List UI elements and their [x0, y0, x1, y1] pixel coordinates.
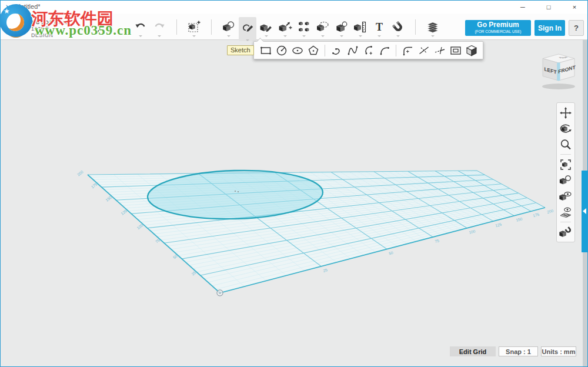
measure-button[interactable] [352, 17, 369, 37]
sketch-offset-icon [449, 44, 463, 58]
svg-text:25: 25 [323, 268, 328, 273]
sketch-arc2-icon [377, 44, 392, 58]
fillet-button[interactable] [400, 42, 416, 58]
units-field[interactable]: Units : mm [541, 346, 576, 356]
modify-button[interactable] [276, 17, 294, 37]
go-premium-button[interactable]: Go Premium (FOR COMMERCIAL USE) [465, 20, 531, 36]
sketch-plane-button[interactable] [463, 42, 479, 58]
viewcube-top-label: TOP [559, 56, 567, 59]
sketch-arc3-icon [362, 44, 376, 58]
sketch-tooltip: Sketch [227, 45, 254, 55]
brand-company: AUTODESK [31, 19, 68, 26]
edit-grid-button[interactable]: Edit Grid [450, 346, 496, 356]
redo-icon [152, 20, 166, 34]
arc-two-point-button[interactable] [376, 42, 392, 58]
grid-surface[interactable] [88, 171, 545, 293]
pan-button[interactable] [557, 105, 574, 121]
sketch-button[interactable] [239, 17, 256, 41]
layers-icon [426, 20, 440, 34]
close-button[interactable]: × [562, 1, 587, 14]
sketch-trim-icon [417, 44, 431, 58]
app-menu-button[interactable] [93, 26, 102, 32]
cube-magnet-icon [559, 225, 573, 239]
import-button[interactable] [185, 17, 203, 37]
cube-ruler-icon [353, 20, 368, 34]
spline-button[interactable] [345, 42, 360, 58]
navigation-toolbar [556, 102, 575, 242]
arc-three-point-button[interactable] [360, 42, 376, 58]
sketch-polygon-icon [306, 44, 320, 58]
separator [396, 45, 396, 56]
cube-pencil-icon [259, 20, 273, 34]
text-button[interactable]: T [370, 17, 388, 37]
sketch-extend-icon [433, 44, 447, 58]
svg-text:200: 200 [76, 169, 84, 176]
svg-text:T: T [376, 21, 383, 33]
minimize-button[interactable]: ─ [510, 1, 536, 14]
snap-field[interactable]: Snap : 1 [499, 346, 538, 356]
circle-button[interactable] [273, 42, 289, 58]
orbit-button[interactable] [557, 121, 574, 136]
svg-text:150: 150 [105, 195, 112, 202]
pattern-button[interactable] [295, 17, 313, 37]
sketch-pencil-icon [240, 20, 255, 34]
cube-combine-icon [335, 20, 349, 34]
view-cube[interactable]: TOP LEFT FRONT [536, 51, 583, 95]
titlebar: Untitled* ─ □ × [1, 1, 587, 14]
fit-icon [559, 158, 573, 172]
svg-text:50: 50 [388, 251, 393, 256]
zoom-button[interactable] [557, 136, 574, 152]
materials-button[interactable] [424, 17, 442, 37]
svg-text:175: 175 [533, 212, 540, 218]
app-window: 2525505075751001001251251501501751752002… [0, 0, 588, 367]
grid-major-lines [102, 171, 536, 275]
separator [176, 19, 177, 35]
svg-text:125: 125 [495, 222, 502, 228]
sketch-circle[interactable] [147, 168, 323, 221]
extend-button[interactable] [432, 42, 447, 58]
sketch-polyline-icon [330, 44, 344, 58]
snap-button[interactable] [389, 17, 407, 37]
separator [560, 154, 571, 155]
svg-text:125: 125 [120, 208, 128, 215]
undo-icon [133, 20, 148, 34]
grid-axis-labels: 2525505075751001001251251501501751752002… [76, 169, 554, 276]
ellipse-button[interactable] [289, 42, 305, 58]
undo-button[interactable] [132, 17, 149, 37]
group-button[interactable] [314, 17, 332, 37]
cube-sphere-icon [222, 20, 236, 34]
import-icon [187, 20, 201, 34]
svg-text:75: 75 [155, 238, 161, 243]
main-tools-row: T [131, 14, 442, 40]
hide-show-button[interactable] [557, 188, 574, 204]
pan-icon [559, 106, 573, 120]
rectangle-button[interactable] [258, 42, 273, 58]
svg-text:75: 75 [435, 238, 440, 243]
snap-toggle-button[interactable] [557, 224, 574, 240]
visibility-button[interactable] [557, 204, 574, 220]
polyline-button[interactable] [329, 42, 345, 58]
window-controls: ─ □ × [510, 1, 587, 14]
separator [325, 45, 325, 56]
zoom-fit-button[interactable] [557, 156, 574, 172]
sketch-fillet-icon [401, 44, 415, 58]
offset-button[interactable] [447, 42, 463, 58]
redo-button[interactable] [151, 17, 168, 37]
polygon-button[interactable] [305, 42, 321, 58]
primitives-button[interactable] [220, 17, 238, 37]
combine-button[interactable] [333, 17, 350, 37]
construct-button[interactable] [258, 17, 275, 37]
collapse-panel-tab[interactable] [582, 171, 588, 252]
main-toolbar: AUTODESK 123D® DESIGN T Go Premium (FOR … [1, 14, 587, 40]
pattern-grid-icon [297, 20, 311, 34]
sign-in-button[interactable]: Sign In [534, 20, 565, 36]
material-button[interactable] [557, 172, 574, 188]
help-button[interactable]: ? [569, 20, 584, 36]
magnifier-icon [559, 138, 573, 152]
window-title: Untitled* [16, 3, 41, 10]
cube-lasso-icon [316, 20, 330, 34]
svg-text:100: 100 [136, 223, 143, 230]
svg-text:25: 25 [191, 270, 196, 276]
maximize-button[interactable]: □ [536, 1, 562, 14]
trim-button[interactable] [416, 42, 432, 58]
